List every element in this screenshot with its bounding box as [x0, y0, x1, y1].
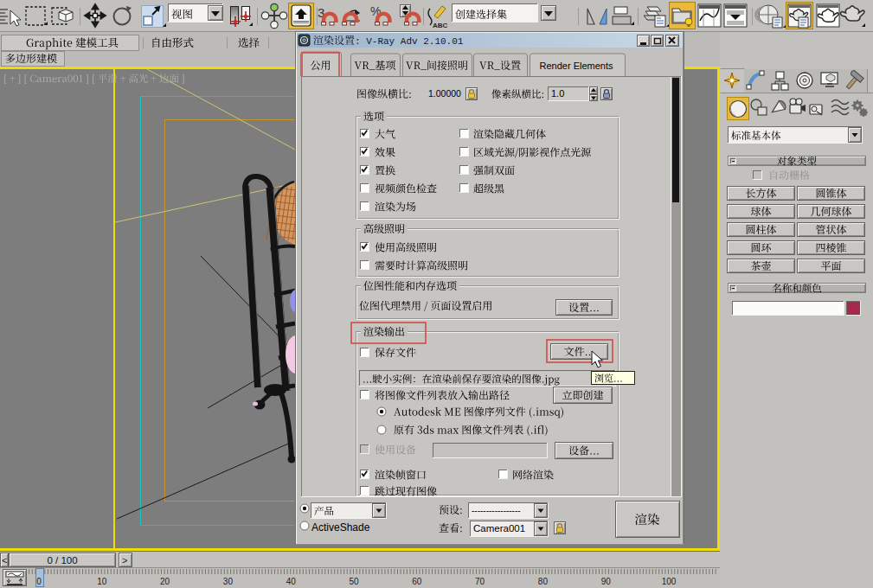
svg-text:60: 60 — [412, 577, 422, 586]
svg-text:0: 0 — [36, 577, 42, 586]
svg-text:-----------------: ----------------- — [472, 506, 521, 515]
svg-text:<: < — [2, 555, 7, 566]
svg-text:100: 100 — [662, 577, 677, 586]
svg-text:ABC: ABC — [433, 22, 448, 29]
svg-text:1.0: 1.0 — [551, 88, 564, 99]
svg-text:>: > — [122, 555, 127, 566]
svg-text:: V-Ray Adv 2.10.01: : V-Ray Adv 2.10.01 — [355, 36, 464, 47]
svg-text:50: 50 — [349, 577, 359, 586]
svg-text:ActiveShade: ActiveShade — [311, 521, 370, 534]
svg-text:20: 20 — [160, 577, 170, 586]
svg-text:70: 70 — [475, 577, 485, 586]
svg-text:40: 40 — [286, 577, 297, 586]
svg-text:30: 30 — [223, 577, 234, 586]
svg-text:10: 10 — [97, 577, 107, 586]
svg-text:90: 90 — [601, 577, 612, 586]
svg-text:Camera001: Camera001 — [473, 523, 525, 534]
svg-text:Render Elements: Render Elements — [540, 61, 613, 71]
svg-text:80: 80 — [538, 577, 549, 586]
svg-text:1.00000: 1.00000 — [428, 88, 461, 99]
svg-text:0 / 100: 0 / 100 — [47, 555, 77, 566]
